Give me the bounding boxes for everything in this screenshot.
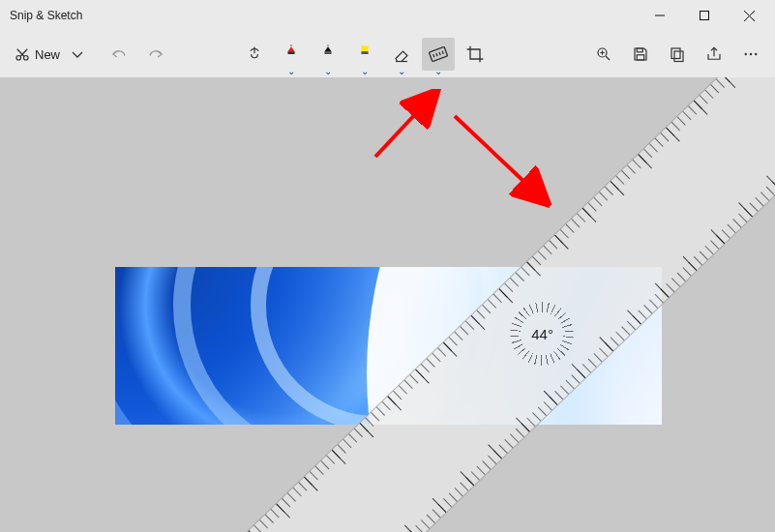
redo-icon [147,45,164,63]
svg-rect-1 [700,12,709,20]
chevron-down-icon: ⌄ [287,66,295,76]
more-button[interactable] [734,38,767,71]
copy-icon [669,45,686,63]
svg-point-18 [755,53,757,55]
close-icon [744,11,755,21]
touch-icon [245,44,264,64]
svg-rect-13 [637,55,644,60]
maximize-button[interactable] [682,0,727,31]
touch-writing-button[interactable] [238,38,271,71]
canvas-area[interactable]: 44° [0,77,775,532]
snip-icon [14,45,31,63]
svg-rect-12 [637,48,642,52]
new-dropdown-button[interactable] [66,38,89,71]
svg-rect-7 [324,51,331,54]
save-button[interactable] [624,38,657,71]
ballpoint-pen-button[interactable]: ⌄ [275,38,308,71]
crop-button[interactable] [459,38,492,71]
ruler-button[interactable]: ⌄ [422,38,455,71]
highlighter-button[interactable]: ⌄ [348,38,381,71]
title-bar: Snip & Sketch [0,0,775,31]
save-icon [632,45,649,63]
svg-rect-8 [361,45,368,51]
chevron-down-icon: ⌄ [398,66,405,76]
crop-icon [465,44,485,64]
svg-point-17 [750,53,752,55]
redo-button[interactable] [139,38,172,71]
zoom-icon [595,45,612,63]
zoom-button[interactable] [587,38,620,71]
undo-icon [110,45,128,63]
copy-button[interactable] [661,38,694,71]
share-button[interactable] [698,38,730,71]
chevron-down-icon: ⌄ [361,66,369,76]
chevron-down-icon: ⌄ [434,66,442,76]
svg-rect-10 [429,46,447,61]
svg-rect-14 [671,48,680,59]
svg-line-20 [455,116,542,198]
svg-rect-15 [674,51,683,62]
more-icon [742,45,760,63]
eraser-button[interactable]: ⌄ [385,38,418,71]
window-title: Snip & Sketch [10,9,82,22]
minimize-icon [655,11,665,20]
pen-red-icon [283,44,300,64]
chevron-down-icon: ⌄ [324,66,332,76]
share-icon [705,45,723,63]
pencil-button[interactable]: ⌄ [312,38,344,71]
minimize-button[interactable] [638,0,682,31]
ruler-angle-text: 44° [531,326,553,342]
svg-rect-9 [361,51,368,54]
svg-point-5 [24,56,29,61]
svg-point-16 [745,53,747,55]
new-snip-button[interactable]: New [8,38,62,71]
svg-line-19 [375,97,432,157]
annotation-arrow-2 [445,106,561,213]
chevron-down-icon [72,48,83,60]
new-label: New [35,47,60,62]
ruler-icon [429,44,448,64]
svg-point-4 [16,56,21,61]
close-button[interactable] [727,0,771,31]
eraser-icon [392,45,411,63]
undo-button[interactable] [103,38,135,71]
annotation-arrow-1 [366,89,453,166]
svg-rect-6 [287,51,294,54]
highlighter-icon [356,44,373,64]
pencil-black-icon [319,44,337,64]
maximize-icon [700,11,709,20]
toolbar: New ⌄ ⌄ ⌄ ⌄ ⌄ [0,31,775,77]
